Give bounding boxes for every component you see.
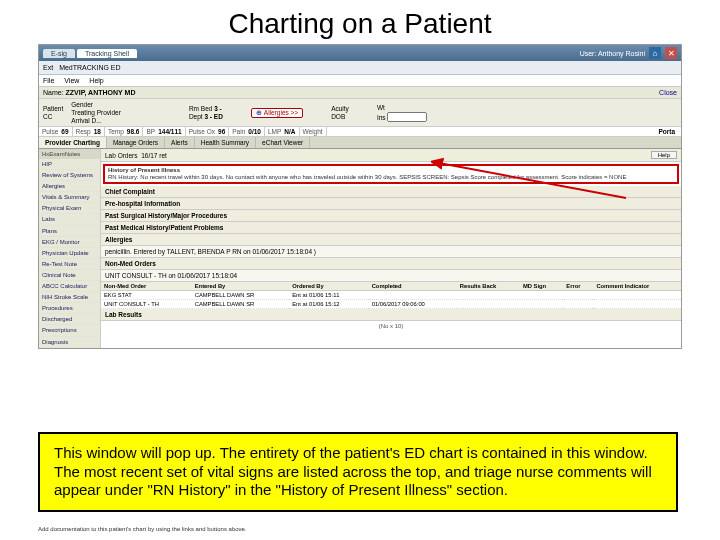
allergies-button[interactable]: Allergies >> — [251, 108, 303, 118]
vital-bp: 144/111 — [158, 128, 182, 135]
toolbar-item[interactable]: MedTRACKING ED — [59, 64, 120, 71]
tab-tracking[interactable]: Tracking Shell — [77, 49, 137, 58]
section-pmh[interactable]: Past Medical History/Patient Problems — [101, 222, 681, 234]
sidebar: HxExamNotes HIP Review of Systems Allerg… — [39, 149, 101, 348]
demographics-row: Patient CC Gender Treating Provider Arri… — [39, 99, 681, 127]
lab-orders-count: 16/17 ret — [141, 152, 167, 159]
hpi-highlight-box: History of Present Illness RN History: N… — [103, 164, 679, 184]
menu-help[interactable]: Help — [89, 77, 103, 84]
sidebar-item[interactable]: Allergies — [39, 181, 100, 192]
sidebar-item[interactable]: Prescriptions — [39, 325, 100, 336]
toolbar-item[interactable]: Ext — [43, 64, 53, 71]
tab-esig[interactable]: E-sig — [43, 49, 75, 58]
help-button[interactable]: Help — [651, 151, 677, 159]
cell: CAMPBELL DAWN SR — [192, 291, 289, 300]
section-surgical-history[interactable]: Past Surgical History/Major Procedures — [101, 210, 681, 222]
sidebar-item[interactable]: Clinical Note — [39, 270, 100, 281]
demo-cc: CC — [43, 113, 63, 120]
section-allergies[interactable]: Allergies — [101, 234, 681, 246]
vital-resp-lbl: Resp — [76, 128, 91, 135]
sidebar-item[interactable]: EKG / Monitor — [39, 237, 100, 248]
vital-pain: 0/10 — [248, 128, 261, 135]
caption-box: This window will pop up. The entirety of… — [38, 432, 678, 512]
sidebar-item[interactable]: Physical Exam — [39, 203, 100, 214]
tab-echart-viewer[interactable]: eChart Viewer — [256, 137, 310, 148]
toolbar-secondary: Ext MedTRACKING ED — [39, 61, 681, 75]
patient-bar: Name: ZZVIP, ANTHONY MD Close — [39, 87, 681, 99]
table-row[interactable]: UNIT CONSULT - TH CAMPBELL DAWN SR Ent a… — [101, 300, 681, 309]
section-prehospital[interactable]: Pre-hospital Information — [101, 198, 681, 210]
vital-weight-lbl: Weight — [303, 128, 323, 135]
sidebar-item[interactable]: Physician Update — [39, 248, 100, 259]
vital-spo2-lbl: Pulse Ox — [189, 128, 215, 135]
tab-alerts[interactable]: Alerts — [165, 137, 195, 148]
sidebar-item[interactable]: Diagnosis — [39, 337, 100, 348]
app-window: E-sig Tracking Shell User: Anthony Rosin… — [38, 44, 682, 349]
section-lab-results[interactable]: Lab Results — [101, 309, 681, 321]
tab-provider-charting[interactable]: Provider Charting — [39, 137, 107, 148]
demo-gender: Gender — [71, 101, 121, 108]
cell: EKG STAT — [101, 291, 192, 300]
hpi-heading: History of Present Illness — [108, 167, 674, 173]
vital-pulse-lbl: Pulse — [42, 128, 58, 135]
sidebar-item[interactable]: Labs — [39, 214, 100, 225]
tab-health-summary[interactable]: Health Summary — [195, 137, 256, 148]
rn-history-text: RN History: No recent travel within 30 d… — [108, 174, 674, 181]
demo-arrival: Arrival D... — [71, 117, 121, 124]
close-chart-link[interactable]: Close — [659, 89, 677, 96]
vital-temp: 98.6 — [127, 128, 140, 135]
vital-resp: 18 — [94, 128, 101, 135]
section-chief-complaint[interactable]: Chief Complaint — [101, 186, 681, 198]
nonmed-orders-table: Non-Med Order Entered By Ordered By Comp… — [101, 282, 681, 309]
patient-name-label: Name: — [43, 89, 66, 96]
tab-manage-orders[interactable]: Manage Orders — [107, 137, 165, 148]
sidebar-item[interactable]: Vitals & Summary — [39, 192, 100, 203]
demo-rmbed: Rm Bed 3 - — [189, 105, 223, 112]
home-icon[interactable]: ⌂ — [649, 47, 661, 59]
allergies-detail: penicillin. Entered by TALLENT, BRENDA P… — [101, 246, 681, 258]
cell — [369, 291, 457, 300]
vital-lmp: N/A — [284, 128, 295, 135]
menu-view[interactable]: View — [64, 77, 79, 84]
vital-pulse: 69 — [61, 128, 68, 135]
demo-patient: Patient — [43, 105, 63, 112]
menubar: File View Help — [39, 75, 681, 87]
cell: 01/06/2017 09:06:00 — [369, 300, 457, 309]
sidebar-item[interactable]: Review of Systems — [39, 170, 100, 181]
chart-tabs: Provider Charting Manage Orders Alerts H… — [39, 137, 681, 149]
vital-pain-lbl: Pain — [232, 128, 245, 135]
sidebar-item[interactable]: Plans — [39, 226, 100, 237]
demo-dob: DOB — [331, 113, 349, 120]
nonmed-detail: UNIT CONSULT - TH on 01/06/2017 15:18:04 — [101, 270, 681, 282]
content-area: Lab Orders 16/17 ret Help History of Pre… — [101, 149, 681, 348]
th-comment: Comment Indicator — [593, 282, 681, 291]
cell — [520, 291, 563, 300]
th-mdsign: MD Sign — [520, 282, 563, 291]
sidebar-item[interactable]: NIH Stroke Scale — [39, 292, 100, 303]
table-row[interactable]: EKG STAT CAMPBELL DAWN SR Ent at 01/06 1… — [101, 291, 681, 300]
cell — [563, 291, 593, 300]
vital-spo2: 96 — [218, 128, 225, 135]
cell — [520, 300, 563, 309]
sidebar-item[interactable]: HIP — [39, 159, 100, 170]
vitals-row: Pulse69 Resp18 Temp98.6 BP144/111 Pulse … — [39, 127, 681, 137]
th-order: Non-Med Order — [101, 282, 192, 291]
ins-input[interactable] — [387, 112, 427, 122]
footer-hint: Add documentation to this patient's char… — [38, 526, 247, 532]
sidebar-item[interactable]: Re-Test Note — [39, 259, 100, 270]
sidebar-item[interactable]: ABCC Calculator — [39, 281, 100, 292]
vital-temp-lbl: Temp — [108, 128, 124, 135]
cell — [457, 300, 520, 309]
cell — [457, 291, 520, 300]
menu-file[interactable]: File — [43, 77, 54, 84]
sidebar-item[interactable]: Discharged — [39, 314, 100, 325]
section-nonmed-orders[interactable]: Non-Med Orders — [101, 258, 681, 270]
demo-acuity: Acuity — [331, 105, 349, 112]
sidebar-header: HxExamNotes — [39, 149, 100, 159]
porta-label[interactable]: Porta — [652, 127, 681, 136]
cell — [563, 300, 593, 309]
cell: Ent at 01/06 15:11 — [289, 291, 368, 300]
cell: CAMPBELL DAWN SR — [192, 300, 289, 309]
sidebar-item[interactable]: Procedures — [39, 303, 100, 314]
close-icon[interactable]: ✕ — [665, 47, 677, 59]
